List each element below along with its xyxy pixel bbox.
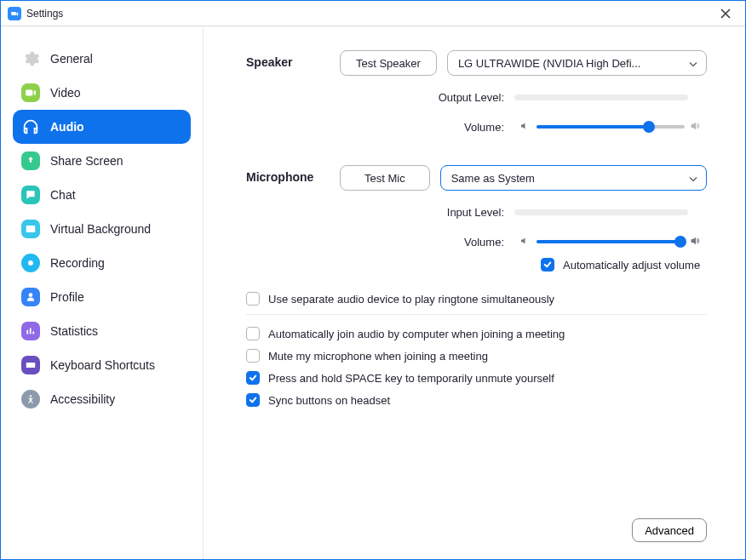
- output-level-label: Output Level:: [340, 91, 514, 104]
- profile-icon: [21, 288, 40, 306]
- microphone-device-value: Same as System: [451, 172, 535, 185]
- separate-ringtone-checkbox[interactable]: [246, 292, 260, 306]
- sidebar-item-recording[interactable]: Recording: [13, 246, 191, 280]
- test-speaker-button[interactable]: Test Speaker: [340, 50, 437, 76]
- mute-on-join-label[interactable]: Mute my microphone when joining a meetin…: [268, 350, 488, 363]
- sidebar-item-label: Chat: [50, 188, 76, 202]
- sidebar-item-label: Profile: [50, 290, 84, 304]
- divider: [246, 314, 707, 315]
- gear-icon: [21, 49, 40, 68]
- auto-adjust-volume-label[interactable]: Automatically adjust volume: [563, 259, 700, 271]
- speaker-volume-label: Volume:: [340, 121, 514, 134]
- sidebar-item-accessibility[interactable]: Accessibility: [13, 382, 191, 416]
- titlebar: Settings: [1, 1, 745, 26]
- sidebar: General Video Audio Share Screen: [1, 26, 204, 559]
- mute-on-join-checkbox[interactable]: [246, 349, 260, 363]
- input-level-meter: [514, 209, 688, 215]
- window-title: Settings: [26, 8, 63, 20]
- keyboard-icon: [21, 356, 40, 374]
- sidebar-item-virtual-background[interactable]: Virtual Background: [13, 212, 191, 246]
- sidebar-item-label: Video: [50, 86, 81, 100]
- video-icon: [21, 83, 40, 102]
- sidebar-item-share-screen[interactable]: Share Screen: [13, 144, 191, 178]
- speaker-low-icon: [519, 119, 531, 134]
- chat-icon: [21, 186, 40, 204]
- input-level-label: Input Level:: [340, 206, 514, 219]
- sidebar-item-label: Share Screen: [50, 154, 123, 168]
- speaker-heading: Speaker: [246, 50, 340, 150]
- output-level-meter: [514, 94, 688, 100]
- background-icon: [21, 220, 40, 238]
- microphone-volume-label: Volume:: [340, 236, 514, 249]
- sidebar-item-label: Statistics: [50, 324, 98, 338]
- auto-join-audio-checkbox[interactable]: [246, 327, 260, 340]
- accessibility-icon: [21, 390, 40, 409]
- microphone-section: Microphone Test Mic Same as System Input…: [246, 165, 707, 277]
- sidebar-item-general[interactable]: General: [13, 42, 191, 76]
- headphones-icon: [21, 117, 40, 136]
- statistics-icon: [21, 322, 40, 340]
- main-panel: Speaker Test Speaker LG ULTRAWIDE (NVIDI…: [204, 26, 745, 559]
- speaker-high-icon: [690, 119, 702, 134]
- sidebar-item-label: Keyboard Shortcuts: [50, 358, 155, 372]
- chevron-down-icon: [689, 172, 697, 185]
- close-button[interactable]: [713, 1, 738, 26]
- sidebar-item-label: Virtual Background: [50, 222, 151, 236]
- speaker-high-icon: [690, 234, 702, 249]
- advanced-button[interactable]: Advanced: [632, 518, 707, 542]
- sidebar-item-audio[interactable]: Audio: [13, 110, 191, 144]
- svg-point-0: [28, 260, 33, 266]
- record-icon: [21, 254, 40, 272]
- sidebar-item-keyboard-shortcuts[interactable]: Keyboard Shortcuts: [13, 348, 191, 382]
- speaker-low-icon: [519, 234, 531, 249]
- sync-headset-checkbox[interactable]: [246, 393, 260, 407]
- sidebar-item-chat[interactable]: Chat: [13, 178, 191, 212]
- auto-adjust-volume-checkbox[interactable]: [541, 258, 554, 271]
- settings-window: Settings General Video: [0, 0, 746, 560]
- share-screen-icon: [21, 151, 40, 170]
- microphone-heading: Microphone: [246, 165, 340, 277]
- speaker-device-select[interactable]: LG ULTRAWIDE (NVIDIA High Defi...: [447, 50, 707, 76]
- sidebar-item-label: Audio: [50, 120, 84, 134]
- zoom-app-icon: [8, 7, 21, 20]
- sidebar-item-label: Accessibility: [50, 392, 115, 406]
- body: General Video Audio Share Screen: [1, 26, 745, 559]
- speaker-volume-slider[interactable]: [537, 125, 685, 129]
- svg-point-2: [30, 395, 32, 397]
- space-unmute-label[interactable]: Press and hold SPACE key to temporarily …: [268, 372, 554, 385]
- svg-rect-1: [26, 363, 36, 368]
- sidebar-item-video[interactable]: Video: [13, 76, 191, 110]
- speaker-section: Speaker Test Speaker LG ULTRAWIDE (NVIDI…: [246, 50, 707, 150]
- chevron-down-icon: [689, 57, 697, 70]
- sidebar-item-label: Recording: [50, 256, 105, 270]
- speaker-device-value: LG ULTRAWIDE (NVIDIA High Defi...: [458, 57, 641, 70]
- sidebar-item-label: General: [50, 52, 93, 66]
- sidebar-item-statistics[interactable]: Statistics: [13, 314, 191, 348]
- test-mic-button[interactable]: Test Mic: [340, 165, 430, 191]
- sidebar-item-profile[interactable]: Profile: [13, 280, 191, 314]
- microphone-volume-slider[interactable]: [537, 240, 685, 243]
- sync-headset-label[interactable]: Sync buttons on headset: [268, 394, 390, 407]
- separate-ringtone-label[interactable]: Use separate audio device to play ringto…: [268, 293, 554, 306]
- auto-join-audio-label[interactable]: Automatically join audio by computer whe…: [268, 328, 565, 340]
- microphone-device-select[interactable]: Same as System: [440, 165, 707, 191]
- space-unmute-checkbox[interactable]: [246, 371, 260, 385]
